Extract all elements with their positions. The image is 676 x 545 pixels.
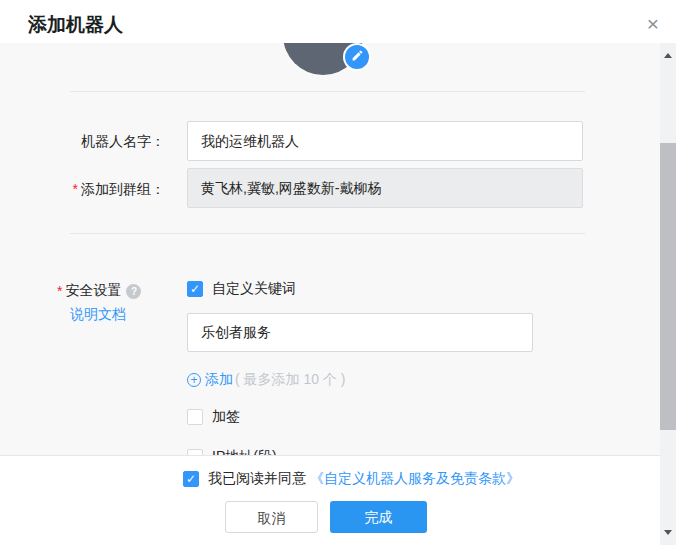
ip-option[interactable]: IP地址(段)	[187, 448, 277, 455]
scrollbar[interactable]	[660, 43, 676, 545]
agreement-row: ✓ 我已阅读并同意 《自定义机器人服务及免责条款》	[183, 470, 520, 488]
terms-link[interactable]: 《自定义机器人服务及免责条款》	[310, 470, 520, 488]
scrollbar-thumb[interactable]	[660, 143, 676, 430]
scroll-up-icon[interactable]	[664, 53, 672, 58]
cancel-button[interactable]: 取消	[225, 501, 318, 533]
group-label: *添加到群组：	[0, 181, 165, 197]
close-icon[interactable]: ×	[641, 12, 665, 36]
divider	[70, 91, 585, 92]
add-keyword-row: + 添加 ( 最多添加 10 个 )	[187, 371, 345, 389]
checkbox-unchecked-icon[interactable]	[187, 409, 203, 425]
custom-keyword-label: 自定义关键词	[212, 280, 296, 298]
keyword-input[interactable]: 乐创者服务	[187, 313, 533, 352]
robot-name-label: 机器人名字：	[0, 133, 165, 149]
robot-name-input[interactable]: 我的运维机器人	[187, 121, 583, 161]
dialog-title: 添加机器人	[28, 12, 123, 38]
checkbox-checked-icon[interactable]: ✓	[187, 281, 203, 297]
add-keyword-link[interactable]: 添加	[205, 371, 233, 389]
plus-circle-icon: +	[187, 373, 201, 387]
documentation-link[interactable]: 说明文档	[70, 306, 126, 324]
group-input: 黄飞林,冀敏,网盛数新-戴柳杨	[187, 168, 583, 208]
agreement-checkbox[interactable]: ✓	[183, 471, 199, 487]
add-limit-hint: ( 最多添加 10 个 )	[235, 371, 345, 389]
agreement-text: 我已阅读并同意	[208, 470, 306, 488]
sign-label: 加签	[212, 408, 240, 426]
required-asterisk: *	[73, 181, 78, 197]
add-robot-dialog: 添加机器人 × 机器人名字： 我的运维机器人 *添加到群组： 黄飞林,冀敏,网盛…	[0, 0, 676, 545]
scroll-down-icon[interactable]	[664, 530, 672, 535]
dialog-footer: ✓ 我已阅读并同意 《自定义机器人服务及免责条款》 取消 完成	[0, 455, 660, 545]
custom-keyword-option[interactable]: ✓ 自定义关键词	[187, 280, 296, 298]
security-settings-label: * 安全设置 ?	[57, 282, 141, 300]
edit-avatar-button[interactable]	[343, 43, 371, 71]
sign-option[interactable]: 加签	[187, 408, 240, 426]
ip-label: IP地址(段)	[212, 448, 277, 455]
help-icon[interactable]: ?	[126, 284, 141, 299]
dialog-body: 机器人名字： 我的运维机器人 *添加到群组： 黄飞林,冀敏,网盛数新-戴柳杨 *…	[0, 43, 660, 455]
confirm-button[interactable]: 完成	[330, 501, 427, 533]
pencil-icon	[351, 48, 364, 66]
required-asterisk: *	[57, 283, 62, 299]
dialog-header: 添加机器人 ×	[0, 0, 676, 43]
divider	[70, 233, 585, 234]
